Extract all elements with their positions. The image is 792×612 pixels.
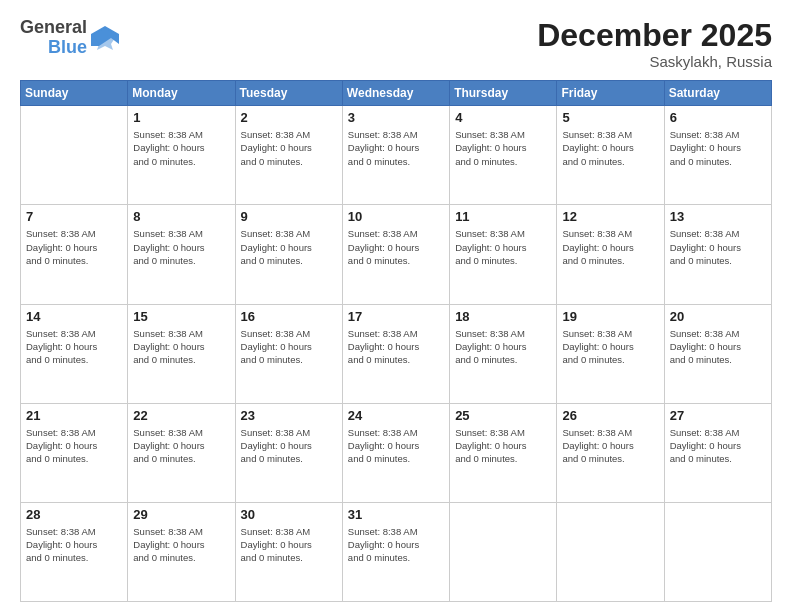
day-info: Sunset: 8:38 AMDaylight: 0 hoursand 0 mi… [670,327,766,367]
month-title: December 2025 [537,18,772,53]
col-header-saturday: Saturday [664,81,771,106]
table-row: 6Sunset: 8:38 AMDaylight: 0 hoursand 0 m… [664,106,771,205]
day-info: Sunset: 8:38 AMDaylight: 0 hoursand 0 mi… [562,128,658,168]
table-row: 31Sunset: 8:38 AMDaylight: 0 hoursand 0 … [342,502,449,601]
table-row: 17Sunset: 8:38 AMDaylight: 0 hoursand 0 … [342,304,449,403]
day-info: Sunset: 8:38 AMDaylight: 0 hoursand 0 mi… [133,426,229,466]
day-number: 14 [26,309,122,324]
day-info: Sunset: 8:38 AMDaylight: 0 hoursand 0 mi… [348,525,444,565]
logo-general: General [20,18,87,38]
day-number: 28 [26,507,122,522]
col-header-tuesday: Tuesday [235,81,342,106]
day-number: 7 [26,209,122,224]
day-number: 2 [241,110,337,125]
day-info: Sunset: 8:38 AMDaylight: 0 hoursand 0 mi… [133,128,229,168]
page: General Blue December 2025 Saskylakh, Ru… [0,0,792,612]
day-info: Sunset: 8:38 AMDaylight: 0 hoursand 0 mi… [455,327,551,367]
table-row: 20Sunset: 8:38 AMDaylight: 0 hoursand 0 … [664,304,771,403]
day-info: Sunset: 8:38 AMDaylight: 0 hoursand 0 mi… [133,227,229,267]
table-row: 24Sunset: 8:38 AMDaylight: 0 hoursand 0 … [342,403,449,502]
day-info: Sunset: 8:38 AMDaylight: 0 hoursand 0 mi… [133,525,229,565]
table-row: 23Sunset: 8:38 AMDaylight: 0 hoursand 0 … [235,403,342,502]
col-header-friday: Friday [557,81,664,106]
table-row: 9Sunset: 8:38 AMDaylight: 0 hoursand 0 m… [235,205,342,304]
day-info: Sunset: 8:38 AMDaylight: 0 hoursand 0 mi… [670,128,766,168]
day-info: Sunset: 8:38 AMDaylight: 0 hoursand 0 mi… [241,128,337,168]
table-row: 30Sunset: 8:38 AMDaylight: 0 hoursand 0 … [235,502,342,601]
header: General Blue December 2025 Saskylakh, Ru… [20,18,772,70]
table-row: 11Sunset: 8:38 AMDaylight: 0 hoursand 0 … [450,205,557,304]
day-number: 3 [348,110,444,125]
day-info: Sunset: 8:38 AMDaylight: 0 hoursand 0 mi… [455,426,551,466]
day-number: 29 [133,507,229,522]
table-row: 12Sunset: 8:38 AMDaylight: 0 hoursand 0 … [557,205,664,304]
day-info: Sunset: 8:38 AMDaylight: 0 hoursand 0 mi… [670,426,766,466]
table-row: 14Sunset: 8:38 AMDaylight: 0 hoursand 0 … [21,304,128,403]
day-info: Sunset: 8:38 AMDaylight: 0 hoursand 0 mi… [348,227,444,267]
day-info: Sunset: 8:38 AMDaylight: 0 hoursand 0 mi… [562,227,658,267]
calendar-week-row: 21Sunset: 8:38 AMDaylight: 0 hoursand 0 … [21,403,772,502]
table-row: 15Sunset: 8:38 AMDaylight: 0 hoursand 0 … [128,304,235,403]
table-row: 10Sunset: 8:38 AMDaylight: 0 hoursand 0 … [342,205,449,304]
day-info: Sunset: 8:38 AMDaylight: 0 hoursand 0 mi… [455,128,551,168]
calendar-week-row: 7Sunset: 8:38 AMDaylight: 0 hoursand 0 m… [21,205,772,304]
day-info: Sunset: 8:38 AMDaylight: 0 hoursand 0 mi… [348,128,444,168]
day-info: Sunset: 8:38 AMDaylight: 0 hoursand 0 mi… [241,227,337,267]
col-header-monday: Monday [128,81,235,106]
day-number: 4 [455,110,551,125]
table-row: 4Sunset: 8:38 AMDaylight: 0 hoursand 0 m… [450,106,557,205]
table-row: 3Sunset: 8:38 AMDaylight: 0 hoursand 0 m… [342,106,449,205]
table-row: 25Sunset: 8:38 AMDaylight: 0 hoursand 0 … [450,403,557,502]
table-row: 2Sunset: 8:38 AMDaylight: 0 hoursand 0 m… [235,106,342,205]
day-number: 8 [133,209,229,224]
table-row [664,502,771,601]
table-row: 21Sunset: 8:38 AMDaylight: 0 hoursand 0 … [21,403,128,502]
col-header-thursday: Thursday [450,81,557,106]
table-row: 29Sunset: 8:38 AMDaylight: 0 hoursand 0 … [128,502,235,601]
table-row: 22Sunset: 8:38 AMDaylight: 0 hoursand 0 … [128,403,235,502]
day-info: Sunset: 8:38 AMDaylight: 0 hoursand 0 mi… [26,426,122,466]
table-row: 26Sunset: 8:38 AMDaylight: 0 hoursand 0 … [557,403,664,502]
day-number: 13 [670,209,766,224]
day-number: 15 [133,309,229,324]
calendar-header-row: Sunday Monday Tuesday Wednesday Thursday… [21,81,772,106]
day-info: Sunset: 8:38 AMDaylight: 0 hoursand 0 mi… [562,327,658,367]
table-row: 5Sunset: 8:38 AMDaylight: 0 hoursand 0 m… [557,106,664,205]
day-number: 20 [670,309,766,324]
day-info: Sunset: 8:38 AMDaylight: 0 hoursand 0 mi… [670,227,766,267]
day-number: 31 [348,507,444,522]
day-number: 5 [562,110,658,125]
day-info: Sunset: 8:38 AMDaylight: 0 hoursand 0 mi… [26,227,122,267]
table-row: 7Sunset: 8:38 AMDaylight: 0 hoursand 0 m… [21,205,128,304]
day-number: 27 [670,408,766,423]
table-row: 8Sunset: 8:38 AMDaylight: 0 hoursand 0 m… [128,205,235,304]
day-number: 6 [670,110,766,125]
table-row: 27Sunset: 8:38 AMDaylight: 0 hoursand 0 … [664,403,771,502]
day-info: Sunset: 8:38 AMDaylight: 0 hoursand 0 mi… [455,227,551,267]
day-info: Sunset: 8:38 AMDaylight: 0 hoursand 0 mi… [348,327,444,367]
day-number: 26 [562,408,658,423]
day-number: 22 [133,408,229,423]
day-number: 1 [133,110,229,125]
col-header-wednesday: Wednesday [342,81,449,106]
calendar-week-row: 1Sunset: 8:38 AMDaylight: 0 hoursand 0 m… [21,106,772,205]
col-header-sunday: Sunday [21,81,128,106]
day-number: 17 [348,309,444,324]
day-number: 12 [562,209,658,224]
table-row: 1Sunset: 8:38 AMDaylight: 0 hoursand 0 m… [128,106,235,205]
day-number: 30 [241,507,337,522]
day-number: 11 [455,209,551,224]
logo: General Blue [20,18,119,58]
table-row: 16Sunset: 8:38 AMDaylight: 0 hoursand 0 … [235,304,342,403]
table-row [557,502,664,601]
table-row: 18Sunset: 8:38 AMDaylight: 0 hoursand 0 … [450,304,557,403]
day-info: Sunset: 8:38 AMDaylight: 0 hoursand 0 mi… [241,327,337,367]
table-row: 19Sunset: 8:38 AMDaylight: 0 hoursand 0 … [557,304,664,403]
calendar-table: Sunday Monday Tuesday Wednesday Thursday… [20,80,772,602]
table-row [21,106,128,205]
day-number: 23 [241,408,337,423]
day-number: 21 [26,408,122,423]
day-number: 19 [562,309,658,324]
day-info: Sunset: 8:38 AMDaylight: 0 hoursand 0 mi… [562,426,658,466]
calendar-week-row: 14Sunset: 8:38 AMDaylight: 0 hoursand 0 … [21,304,772,403]
